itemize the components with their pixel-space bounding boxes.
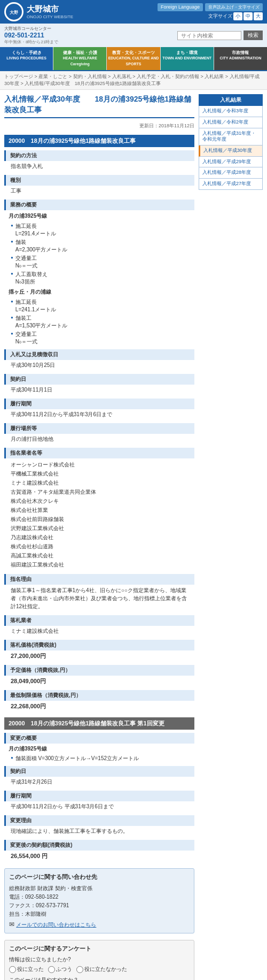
svg-text:大野: 大野: [9, 10, 18, 15]
contact-section: このページに関する問い合わせ先 総務財政部 財政課 契約・検査官係 電話：092…: [4, 868, 194, 933]
change-amount-value: 26,554,000 円: [4, 851, 194, 862]
logo-area: 大野 大野城市 ONOJO CITY WEBSITE: [4, 2, 73, 21]
survey-q1-option-3[interactable]: 役に立たなかった: [76, 966, 127, 973]
survey-section: このページに関するアンケート 情報は役に立ちましたか? 役に立った ふつう 役に…: [4, 940, 194, 980]
nav-item-living[interactable]: くらし・手続きLIVING PROCEDURES: [0, 47, 53, 70]
contact-dept: 総務財政部 財政課 契約・検査官係: [9, 884, 190, 893]
text-size-label: 文字サイズ: [208, 13, 232, 20]
survey-q1-option-1[interactable]: 役に立った: [9, 966, 44, 973]
contact-bar: 大野城市コールセンター 092-501-2211 年中無休・8時から21時まで …: [0, 24, 267, 47]
nominee-5: 株式会社木次クレキ: [11, 496, 190, 506]
text-size-small[interactable]: 小: [233, 12, 242, 20]
sidebar-item-heisei30[interactable]: 入札情報／平成30年度: [199, 146, 263, 157]
nominee-10: 株式会社杉山道路: [11, 542, 190, 551]
type-value: 工事: [4, 186, 194, 196]
contract-date-label: 契約日: [4, 374, 194, 385]
contract-method-value: 指名競争入札: [4, 161, 194, 172]
type-label: 種別: [4, 175, 194, 186]
accessibility-btn[interactable]: 音声読み上げ・文字サイズ: [205, 3, 263, 11]
breadcrumb: トップページ > 産業・しごと > 契約・入札情報 > 入札落札 > 入札予定・…: [0, 71, 267, 90]
change-location-label: 月の浦3925号線: [4, 744, 194, 754]
sidebar-item-heisei31[interactable]: 入札情報／平成31年度・令和元年度: [199, 128, 263, 146]
mail-link-icon: ✉: [9, 921, 16, 928]
text-size-medium[interactable]: 中: [244, 12, 253, 20]
nominee-6: 株式会社社算業: [11, 506, 190, 515]
loc2-item-2: 舗装工A=1,530平方メートル: [4, 314, 194, 330]
search-button[interactable]: 検索: [244, 30, 263, 40]
contact-person: 担当：木部隆樹: [9, 910, 190, 918]
bid-date-value: 平成30年10月25日: [4, 360, 194, 371]
nominee-4: 古賀道路・アキタ組業道共同企業体: [11, 487, 190, 496]
nominees-list: オーシャンロード株式会社 平機械工業株式会社 ミナミ建設株式会社 古賀道路・アキ…: [4, 458, 194, 571]
sidebar-item-heisei27[interactable]: 入札情報／平成27年度: [199, 179, 263, 190]
nav-item-health[interactable]: 健康・福祉・介護HEALTH WELFARE Caregiving: [53, 47, 107, 70]
text-size-large[interactable]: 大: [254, 12, 263, 20]
nominee-11: 高誠工業株式会社: [11, 551, 190, 560]
nominee-7: 株式会社前田路線舗装: [11, 515, 190, 524]
search-input[interactable]: [177, 31, 241, 40]
min-price-value: 22,268,000円: [4, 701, 194, 712]
header-top: 大野 大野城市 ONOJO CITY WEBSITE Foreign Langu…: [0, 0, 267, 24]
city-name-en: ONOJO CITY WEBSITE: [27, 14, 73, 19]
period-value: 平成30年11月2日から平成31年3月6日まで: [4, 409, 194, 420]
survey-q1-option-2[interactable]: ふつう: [48, 966, 72, 973]
main-nav: くらし・手続きLIVING PROCEDURES 健康・福祉・介護HEALTH …: [0, 47, 267, 71]
change-reason-value: 現地確認により、舗装施工工事を工事するもの。: [4, 826, 194, 837]
estimated-price-label: 予定価格（消費税抜,円）: [4, 665, 194, 676]
winner-value: ミナミ建設株式会社: [4, 626, 194, 637]
main-content: 入札情報／平成30年度 18月の浦3925号線他1路線舗装改良工事 更新日：20…: [0, 90, 267, 980]
nav-item-education[interactable]: 教育・文化・スポーツEDUCATION, CULTURE AND SPORTS: [107, 47, 160, 70]
bid-date-label: 入札又は見積徴収日: [4, 349, 194, 360]
content-area: 入札情報／平成30年度 18月の浦3925号線他1路線舗装改良工事 更新日：20…: [4, 94, 194, 980]
loc1-item-1: 施工延長L=291.4メートル: [4, 222, 194, 238]
nominee-2: 平機械工業株式会社: [11, 469, 190, 478]
loc1-item-2: 舗装A=2,300平方メートル: [4, 238, 194, 254]
min-price-label: 最低制限価格（消費税抜,円）: [4, 690, 194, 701]
estimated-price-value: 28,049,000円: [4, 676, 194, 687]
breadcrumb-text: トップページ > 産業・しごと > 契約・入札情報 > 入札落札 > 入札予定・…: [4, 74, 260, 86]
change-reason-label: 変更理由: [4, 815, 194, 826]
location-value: 月の浦打目他地他: [4, 434, 194, 445]
change-overview-label: 変更の概要: [4, 733, 194, 744]
update-date: 更新日：2018年11月12日: [4, 122, 194, 129]
foreign-lang-btn[interactable]: Foreign Language: [158, 3, 203, 11]
loc2-item-1: 施工延長L=241.1メートル: [4, 298, 194, 314]
loc1-item-4: 人工蓋取替えN₀3箇所: [4, 270, 194, 286]
change-period-value: 平成30年11月2日から 平成31年3月6日まで: [4, 801, 194, 812]
nominee-8: 沢野建設工業株式会社: [11, 524, 190, 533]
period-label: 履行期間: [4, 399, 194, 409]
winner-label: 落札業者: [4, 615, 194, 626]
city-name: 大野城市: [27, 4, 73, 14]
loc2-item-3: 交通量工N₀＝一式: [4, 330, 194, 346]
contact-label: 大野城市コールセンター: [4, 26, 58, 32]
sidebar-item-reiwa3[interactable]: 入札情報／令和3年度: [199, 106, 263, 117]
nav-item-city[interactable]: 市政情報CITY ADMINISTRATION: [214, 47, 267, 70]
main-section-header: 20000 18月の浦3925号線他1路線舗装改良工事: [4, 135, 194, 147]
contact-section-title: このページに関する問い合わせ先: [9, 873, 190, 881]
contact-info: 大野城市コールセンター 092-501-2211 年中無休・8時から21時まで: [4, 26, 58, 45]
sidebar-item-heisei29[interactable]: 入札情報／平成29年度: [199, 157, 263, 168]
text-size-bar: 文字サイズ 小 中 大: [208, 12, 263, 20]
contact-mail-link[interactable]: メールでのお問い合わせはこちら: [16, 922, 96, 928]
loc1-item-3: 交通量工N₀＝一式: [4, 254, 194, 270]
sidebar-item-reiwa2[interactable]: 入札情報／令和2年度: [199, 117, 263, 128]
sidebar-item-heisei28[interactable]: 入札情報／平成28年度: [199, 167, 263, 179]
change-contract-date-value: 平成31年2月26日: [4, 777, 194, 787]
nominee-1: オーシャンロード株式会社: [11, 460, 190, 469]
survey-title: このページに関するアンケート: [9, 945, 190, 953]
contract-date-value: 平成30年11月1日: [4, 385, 194, 395]
survey-q1: 情報は役に立ちましたか?: [9, 956, 190, 963]
reason-label: 指名理由: [4, 574, 194, 585]
change-item-1: 舗装面積 V=300立方メートル→V=152立方メートル: [4, 754, 194, 763]
nav-item-town[interactable]: まち・環境TOWN AND ENVIRONMENT: [161, 47, 214, 70]
header-links: Foreign Language 音声読み上げ・文字サイズ: [158, 3, 263, 11]
contact-phone: 092-501-2211: [4, 32, 58, 39]
nominees-label: 指名業者名等: [4, 448, 194, 458]
header: 大野 大野城市 ONOJO CITY WEBSITE Foreign Langu…: [0, 0, 267, 47]
sidebar: 入札結果 入札情報／令和3年度 入札情報／令和2年度 入札情報／平成31年度・令…: [199, 94, 263, 980]
winning-price-label: 落札価格(消費税抜): [4, 640, 194, 650]
contact-detail: 総務財政部 財政課 契約・検査官係 電話：092-580-1822 ファクス：0…: [9, 884, 190, 918]
nominee-9: 乃志建設株式会社: [11, 533, 190, 542]
location2-label: 揺ヶ丘・月の浦線: [4, 286, 194, 298]
contact-fax-label: ファクス：092-573-7791: [9, 901, 190, 910]
